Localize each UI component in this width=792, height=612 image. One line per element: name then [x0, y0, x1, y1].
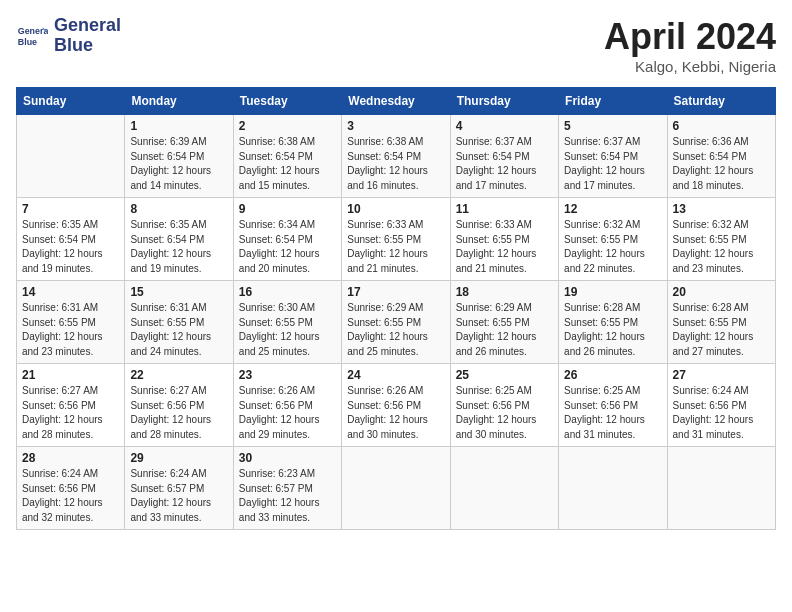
- logo: General Blue General Blue: [16, 16, 121, 56]
- day-cell: 6Sunrise: 6:36 AM Sunset: 6:54 PM Daylig…: [667, 115, 775, 198]
- day-number: 25: [456, 368, 553, 382]
- day-number: 30: [239, 451, 336, 465]
- svg-text:Blue: Blue: [18, 37, 37, 47]
- day-info: Sunrise: 6:37 AM Sunset: 6:54 PM Dayligh…: [564, 135, 661, 193]
- day-info: Sunrise: 6:27 AM Sunset: 6:56 PM Dayligh…: [130, 384, 227, 442]
- day-cell: [450, 447, 558, 530]
- day-number: 27: [673, 368, 770, 382]
- day-number: 6: [673, 119, 770, 133]
- weekday-header-sunday: Sunday: [17, 88, 125, 115]
- day-cell: 8Sunrise: 6:35 AM Sunset: 6:54 PM Daylig…: [125, 198, 233, 281]
- day-info: Sunrise: 6:27 AM Sunset: 6:56 PM Dayligh…: [22, 384, 119, 442]
- day-info: Sunrise: 6:35 AM Sunset: 6:54 PM Dayligh…: [22, 218, 119, 276]
- weekday-header-monday: Monday: [125, 88, 233, 115]
- svg-text:General: General: [18, 26, 48, 36]
- calendar-title: April 2024: [604, 16, 776, 58]
- day-info: Sunrise: 6:24 AM Sunset: 6:56 PM Dayligh…: [673, 384, 770, 442]
- day-cell: 26Sunrise: 6:25 AM Sunset: 6:56 PM Dayli…: [559, 364, 667, 447]
- day-number: 11: [456, 202, 553, 216]
- day-info: Sunrise: 6:38 AM Sunset: 6:54 PM Dayligh…: [239, 135, 336, 193]
- weekday-header-saturday: Saturday: [667, 88, 775, 115]
- day-cell: 7Sunrise: 6:35 AM Sunset: 6:54 PM Daylig…: [17, 198, 125, 281]
- day-number: 14: [22, 285, 119, 299]
- week-row-3: 14Sunrise: 6:31 AM Sunset: 6:55 PM Dayli…: [17, 281, 776, 364]
- day-cell: 27Sunrise: 6:24 AM Sunset: 6:56 PM Dayli…: [667, 364, 775, 447]
- day-cell: 9Sunrise: 6:34 AM Sunset: 6:54 PM Daylig…: [233, 198, 341, 281]
- day-cell: 4Sunrise: 6:37 AM Sunset: 6:54 PM Daylig…: [450, 115, 558, 198]
- day-number: 20: [673, 285, 770, 299]
- day-cell: [667, 447, 775, 530]
- weekday-header-tuesday: Tuesday: [233, 88, 341, 115]
- day-info: Sunrise: 6:31 AM Sunset: 6:55 PM Dayligh…: [130, 301, 227, 359]
- day-number: 23: [239, 368, 336, 382]
- day-cell: 21Sunrise: 6:27 AM Sunset: 6:56 PM Dayli…: [17, 364, 125, 447]
- day-number: 4: [456, 119, 553, 133]
- day-cell: 5Sunrise: 6:37 AM Sunset: 6:54 PM Daylig…: [559, 115, 667, 198]
- day-number: 22: [130, 368, 227, 382]
- day-cell: 19Sunrise: 6:28 AM Sunset: 6:55 PM Dayli…: [559, 281, 667, 364]
- day-info: Sunrise: 6:25 AM Sunset: 6:56 PM Dayligh…: [564, 384, 661, 442]
- day-cell: 11Sunrise: 6:33 AM Sunset: 6:55 PM Dayli…: [450, 198, 558, 281]
- day-info: Sunrise: 6:33 AM Sunset: 6:55 PM Dayligh…: [347, 218, 444, 276]
- day-cell: 13Sunrise: 6:32 AM Sunset: 6:55 PM Dayli…: [667, 198, 775, 281]
- day-info: Sunrise: 6:38 AM Sunset: 6:54 PM Dayligh…: [347, 135, 444, 193]
- day-info: Sunrise: 6:39 AM Sunset: 6:54 PM Dayligh…: [130, 135, 227, 193]
- weekday-header-thursday: Thursday: [450, 88, 558, 115]
- day-number: 8: [130, 202, 227, 216]
- day-cell: 29Sunrise: 6:24 AM Sunset: 6:57 PM Dayli…: [125, 447, 233, 530]
- day-info: Sunrise: 6:37 AM Sunset: 6:54 PM Dayligh…: [456, 135, 553, 193]
- day-info: Sunrise: 6:33 AM Sunset: 6:55 PM Dayligh…: [456, 218, 553, 276]
- day-info: Sunrise: 6:29 AM Sunset: 6:55 PM Dayligh…: [456, 301, 553, 359]
- weekday-header-wednesday: Wednesday: [342, 88, 450, 115]
- day-cell: 25Sunrise: 6:25 AM Sunset: 6:56 PM Dayli…: [450, 364, 558, 447]
- day-number: 17: [347, 285, 444, 299]
- day-info: Sunrise: 6:24 AM Sunset: 6:57 PM Dayligh…: [130, 467, 227, 525]
- logo-icon: General Blue: [16, 20, 48, 52]
- week-row-4: 21Sunrise: 6:27 AM Sunset: 6:56 PM Dayli…: [17, 364, 776, 447]
- day-cell: 12Sunrise: 6:32 AM Sunset: 6:55 PM Dayli…: [559, 198, 667, 281]
- calendar-table: SundayMondayTuesdayWednesdayThursdayFrid…: [16, 87, 776, 530]
- weekday-header-friday: Friday: [559, 88, 667, 115]
- day-cell: 16Sunrise: 6:30 AM Sunset: 6:55 PM Dayli…: [233, 281, 341, 364]
- day-number: 9: [239, 202, 336, 216]
- day-number: 15: [130, 285, 227, 299]
- week-row-2: 7Sunrise: 6:35 AM Sunset: 6:54 PM Daylig…: [17, 198, 776, 281]
- day-info: Sunrise: 6:28 AM Sunset: 6:55 PM Dayligh…: [673, 301, 770, 359]
- day-number: 2: [239, 119, 336, 133]
- week-row-1: 1Sunrise: 6:39 AM Sunset: 6:54 PM Daylig…: [17, 115, 776, 198]
- day-info: Sunrise: 6:31 AM Sunset: 6:55 PM Dayligh…: [22, 301, 119, 359]
- day-cell: 15Sunrise: 6:31 AM Sunset: 6:55 PM Dayli…: [125, 281, 233, 364]
- title-block: April 2024 Kalgo, Kebbi, Nigeria: [604, 16, 776, 75]
- day-number: 24: [347, 368, 444, 382]
- day-info: Sunrise: 6:30 AM Sunset: 6:55 PM Dayligh…: [239, 301, 336, 359]
- day-number: 18: [456, 285, 553, 299]
- day-info: Sunrise: 6:32 AM Sunset: 6:55 PM Dayligh…: [673, 218, 770, 276]
- calendar-body: 1Sunrise: 6:39 AM Sunset: 6:54 PM Daylig…: [17, 115, 776, 530]
- day-cell: 18Sunrise: 6:29 AM Sunset: 6:55 PM Dayli…: [450, 281, 558, 364]
- day-cell: 10Sunrise: 6:33 AM Sunset: 6:55 PM Dayli…: [342, 198, 450, 281]
- day-cell: 23Sunrise: 6:26 AM Sunset: 6:56 PM Dayli…: [233, 364, 341, 447]
- day-info: Sunrise: 6:26 AM Sunset: 6:56 PM Dayligh…: [347, 384, 444, 442]
- day-cell: 24Sunrise: 6:26 AM Sunset: 6:56 PM Dayli…: [342, 364, 450, 447]
- day-number: 12: [564, 202, 661, 216]
- day-info: Sunrise: 6:26 AM Sunset: 6:56 PM Dayligh…: [239, 384, 336, 442]
- week-row-5: 28Sunrise: 6:24 AM Sunset: 6:56 PM Dayli…: [17, 447, 776, 530]
- day-number: 3: [347, 119, 444, 133]
- day-cell: [342, 447, 450, 530]
- day-number: 29: [130, 451, 227, 465]
- day-cell: 3Sunrise: 6:38 AM Sunset: 6:54 PM Daylig…: [342, 115, 450, 198]
- day-info: Sunrise: 6:32 AM Sunset: 6:55 PM Dayligh…: [564, 218, 661, 276]
- day-number: 21: [22, 368, 119, 382]
- logo-text: General Blue: [54, 16, 121, 56]
- weekday-header-row: SundayMondayTuesdayWednesdayThursdayFrid…: [17, 88, 776, 115]
- day-info: Sunrise: 6:28 AM Sunset: 6:55 PM Dayligh…: [564, 301, 661, 359]
- day-cell: 22Sunrise: 6:27 AM Sunset: 6:56 PM Dayli…: [125, 364, 233, 447]
- day-number: 16: [239, 285, 336, 299]
- day-info: Sunrise: 6:29 AM Sunset: 6:55 PM Dayligh…: [347, 301, 444, 359]
- day-info: Sunrise: 6:25 AM Sunset: 6:56 PM Dayligh…: [456, 384, 553, 442]
- day-number: 7: [22, 202, 119, 216]
- day-cell: [17, 115, 125, 198]
- day-info: Sunrise: 6:23 AM Sunset: 6:57 PM Dayligh…: [239, 467, 336, 525]
- day-cell: 28Sunrise: 6:24 AM Sunset: 6:56 PM Dayli…: [17, 447, 125, 530]
- day-cell: 2Sunrise: 6:38 AM Sunset: 6:54 PM Daylig…: [233, 115, 341, 198]
